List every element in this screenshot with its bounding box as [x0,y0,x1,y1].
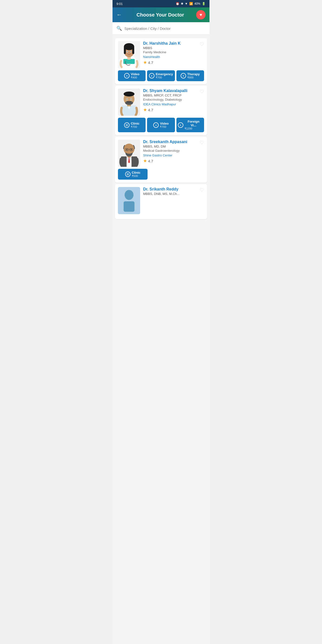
svg-point-11 [127,51,128,52]
plus-icon-video-2: + [153,122,159,128]
action-buttons-3: ⊞ Clinic ₹500 [118,169,204,180]
doctor-clinic-3[interactable]: Shine Gastro Center [143,154,200,157]
foreign-visit-btn-2[interactable]: + Foreign Vi... ₹1200 [176,118,204,132]
plus-icon-video-1: + [124,73,130,78]
doctor-name-4[interactable]: Dr. Srikanth Reddy [143,187,200,192]
app-header: ← Choose Your Doctor ♥ [112,8,210,22]
action-buttons-2: ⊞ Clinic ₹700 + Video ₹700 + [118,118,204,132]
doctor-rating-2: ★ 4.7 [143,107,200,112]
signal-icon: 📶 [189,2,193,6]
header-title: Choose Your Doctor [125,12,196,18]
svg-point-18 [124,92,134,96]
doctors-list: Dr. Harshitha Jain K MBBS Family Medicin… [112,35,210,644]
doctor-photo-1 [118,41,140,68]
favorite-btn-2[interactable]: ♡ [200,88,204,94]
doctor-degree-1: MBBS [143,46,200,50]
emergency-btn-1[interactable]: + Emergency ₹700 [147,70,175,81]
back-button[interactable]: ← [116,12,122,18]
svg-point-12 [130,51,131,52]
status-bar: 9:01 ⏰ ✱ ▼ 📶 40% 🔋 [112,0,210,8]
doctor-degree-3: MBBS, MD, DM [143,144,200,148]
doctor-info-row-4: Dr. Srikanth Reddy MBBS, DNB, MS, M.Ch..… [118,187,204,214]
action-buttons-1: + Video ₹400 + Emergency ₹700 + [118,70,204,81]
clinic-btn-2[interactable]: ⊞ Clinic ₹700 [118,118,146,132]
doctor-card-3: Dr. Sreekanth Appasani MBBS, MD, DM Medi… [115,137,207,182]
rating-value-1: 4.7 [148,60,153,65]
doctor-degree-2: MBBS, MRCP, CCT, FRCP [143,94,200,97]
doctor-photo-4 [118,187,140,214]
doctor-rating-3: ★ 4.7 [143,158,200,164]
svg-rect-39 [124,201,134,212]
battery-icon: 🔋 [202,2,206,6]
phone-frame: 9:01 ⏰ ✱ ▼ 📶 40% 🔋 ← Choose Your Doctor … [112,0,210,644]
status-icons: ⏰ ✱ ▼ 📶 40% 🔋 [176,2,206,6]
favorite-btn-1[interactable]: ♡ [200,41,204,47]
bluetooth-icon: ✱ [181,2,183,6]
plus-icon-clinic-2: ⊞ [124,122,130,128]
plus-icon-clinic-3: ⊞ [125,172,130,177]
heart-icon: ♥ [200,12,202,18]
svg-rect-8 [132,47,134,54]
doctor-card-4: Dr. Srikanth Reddy MBBS, DNB, MS, M.Ch..… [115,184,207,219]
star-icon-1: ★ [143,60,147,65]
doctor-specialization-2: Endocrinology, Diabetology [143,98,200,102]
doctor-details-4: Dr. Srikanth Reddy MBBS, DNB, MS, M.Ch..… [143,187,200,196]
search-bar: 🔍 [112,22,210,35]
wifi-icon: ▼ [185,2,188,6]
doctor-specialization-3: Medical Gastroenterology [143,149,200,152]
search-input[interactable] [124,26,206,30]
doctor-clinic-1[interactable]: NanoHealth [143,55,200,59]
svg-point-22 [127,99,128,100]
doctor-card-1: Dr. Harshitha Jain K MBBS Family Medicin… [115,38,207,84]
plus-icon-therapy-1: + [180,73,186,78]
doctor-info-row-1: Dr. Harshitha Jain K MBBS Family Medicin… [118,41,204,68]
doctor-info-row-2: Dr. Shyam Kalavalapalli MBBS, MRCP, CCT,… [118,88,204,116]
star-icon-3: ★ [143,158,147,164]
doctor-name-1[interactable]: Dr. Harshitha Jain K [143,41,200,46]
svg-point-23 [131,99,132,100]
rating-value-3: 4.7 [148,159,153,163]
svg-point-38 [124,190,134,200]
clinic-btn-3[interactable]: ⊞ Clinic ₹500 [118,169,148,180]
search-icon: 🔍 [116,26,122,31]
favorites-button[interactable]: ♥ [196,10,206,20]
doctor-photo-2 [118,88,140,116]
video-btn-1[interactable]: + Video ₹400 [118,70,146,81]
doctor-photo-3 [118,140,140,167]
battery-label: 40% [194,2,200,6]
plus-icon-foreign-2: + [178,122,183,128]
alarm-icon: ⏰ [176,2,180,6]
doctor-card-2: Dr. Shyam Kalavalapalli MBBS, MRCP, CCT,… [115,86,207,135]
favorite-btn-4[interactable]: ♡ [200,187,204,193]
status-time: 9:01 [116,2,123,6]
doctor-details-1: Dr. Harshitha Jain K MBBS Family Medicin… [143,41,200,65]
doctor-degree-4: MBBS, DNB, MS, M.Ch... [143,192,200,196]
therapy-btn-1[interactable]: + Therapy ₹800 [176,70,204,81]
favorite-btn-3[interactable]: ♡ [200,140,204,146]
doctor-clinic-2[interactable]: IDEA Clinics Madhapur [143,102,200,106]
doctor-details-3: Dr. Sreekanth Appasani MBBS, MD, DM Medi… [143,140,200,164]
rating-value-2: 4.7 [148,108,153,112]
doctor-name-3[interactable]: Dr. Sreekanth Appasani [143,140,200,144]
svg-point-37 [131,149,132,150]
doctor-name-2[interactable]: Dr. Shyam Kalavalapalli [143,88,200,93]
svg-point-36 [126,149,127,150]
doctor-rating-1: ★ 4.7 [143,60,200,65]
svg-point-24 [128,100,130,102]
star-icon-2: ★ [143,107,147,112]
doctor-info-row-3: Dr. Sreekanth Appasani MBBS, MD, DM Medi… [118,140,204,167]
doctor-specialization-1: Family Medicine [143,50,200,54]
svg-rect-7 [124,47,126,54]
plus-icon-emergency-1: + [149,73,154,78]
video-btn-2[interactable]: + Video ₹700 [147,118,175,132]
doctor-details-2: Dr. Shyam Kalavalapalli MBBS, MRCP, CCT,… [143,88,200,112]
